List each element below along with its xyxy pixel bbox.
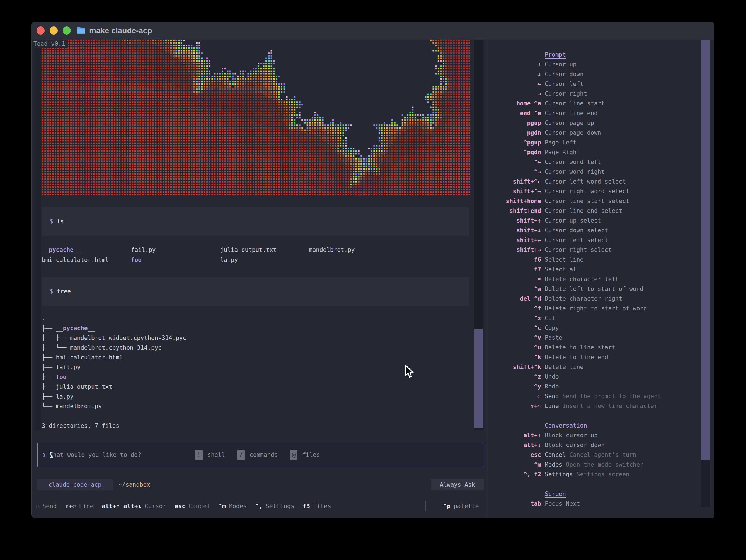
shortcut-description: Undo xyxy=(545,372,559,382)
shortcut-label: Send xyxy=(42,503,57,509)
command-text: ls xyxy=(57,218,64,225)
help-row: f7Select all xyxy=(493,265,700,274)
shortcut-description: Select line xyxy=(545,255,583,265)
app-version-label: Toad v0.1 xyxy=(33,40,68,48)
shell-prompt-symbol: $ xyxy=(50,288,53,295)
help-row: shift+↓Cursor down select xyxy=(493,226,700,235)
hint-key-icon: / xyxy=(237,450,245,460)
shortcut-key: → xyxy=(493,89,541,99)
shortcut-key: ← xyxy=(493,79,541,89)
help-row: ^yRedo xyxy=(493,382,700,392)
shortcut-key: ^c xyxy=(493,323,541,333)
shortcut-description: Cursor left select xyxy=(545,235,608,245)
shell-prompt-symbol: $ xyxy=(50,218,53,225)
prompt-input[interactable]: ❯ W hat would you like to do? !shell/com… xyxy=(37,443,484,467)
shortcut-key: shift+^k xyxy=(493,362,541,372)
hint-key-icon: @ xyxy=(290,450,297,460)
shortcut-description: Copy xyxy=(545,323,559,333)
help-row: tabFocus Next xyxy=(493,499,700,509)
hint-label: shell xyxy=(207,451,225,458)
command-block-ls[interactable]: $ ls xyxy=(42,207,469,236)
app-window: make claude-acp Toad v0.1 $ ls __pycache… xyxy=(31,22,714,518)
help-row: end ^eCursor line end xyxy=(493,109,700,118)
file-name: bmi-calculator.html xyxy=(42,255,109,265)
file-name: la.py xyxy=(220,255,238,265)
tree-line: . xyxy=(42,314,186,324)
shortcut-description: Paste xyxy=(545,333,562,343)
shortcut-key: ^, xyxy=(255,503,263,509)
shortcut-description: Select all xyxy=(545,265,580,274)
shortcut-key: ⏎ xyxy=(493,392,541,401)
shortcut-description: Cursor word left xyxy=(545,157,601,167)
help-scrollbar-thumb[interactable] xyxy=(701,40,710,460)
shortcut-description: Cursor page up xyxy=(545,118,594,128)
help-row: f6Select line xyxy=(493,255,700,265)
hint-label: commands xyxy=(250,451,278,458)
footer-shortcuts: ⏎Send⇧+⏎Linealt+↑ alt+↓CursorescCancel^m… xyxy=(36,500,331,512)
help-row: ^vPaste xyxy=(493,333,700,343)
footer-item-send[interactable]: ⏎Send xyxy=(36,503,57,509)
shortcut-key: del ^d xyxy=(493,294,541,304)
shortcut-label: Line xyxy=(79,503,94,509)
permission-mode-button[interactable]: Always Ask xyxy=(431,479,484,490)
input-caret-icon: ❯ xyxy=(42,451,46,458)
shortcut-label: Cancel xyxy=(189,503,210,509)
help-row: shift+←Cursor left select xyxy=(493,235,700,245)
hint-commands: /commands xyxy=(237,450,278,460)
help-row: shift+→Cursor right select xyxy=(493,245,700,255)
footer-item-palette[interactable]: ^p palette xyxy=(443,500,479,512)
hint-key-icon: ! xyxy=(195,450,203,460)
help-row: ^←Cursor word left xyxy=(493,157,700,167)
footer-item-modes[interactable]: ^mModes xyxy=(219,503,247,509)
shortcut-description: Block cursor up xyxy=(545,430,598,440)
footer-divider xyxy=(425,501,426,511)
shortcut-key: alt+↑ alt+↓ xyxy=(102,503,141,509)
shortcut-key: f7 xyxy=(493,265,541,274)
footer-item-line[interactable]: ⇧+⏎Line xyxy=(65,503,94,509)
help-row: pgupCursor page up xyxy=(493,118,700,128)
shortcut-key: shift+↑ xyxy=(493,216,541,226)
shortcut-description: Delete to line end xyxy=(545,353,608,362)
help-row: alt+↓Block cursor down xyxy=(493,440,700,450)
shortcut-description: Cursor up select xyxy=(545,216,601,226)
cwd-name: sandbox xyxy=(125,481,150,488)
help-row: ←Cursor left xyxy=(493,79,700,89)
agent-badge: claude-code-acp xyxy=(37,479,113,490)
left-scrollbar-gutter[interactable] xyxy=(34,39,41,430)
footer-item-settings[interactable]: ^,Settings xyxy=(255,503,294,509)
help-row: alt+↑Block cursor up xyxy=(493,430,700,440)
help-row: escCancel Cancel agent's turn xyxy=(493,450,700,460)
shortcut-label: Cursor xyxy=(145,503,166,509)
shortcut-description: Cursor right xyxy=(545,89,587,99)
tree-line: ├── la.py xyxy=(42,392,186,401)
shortcut-description: Cursor line start xyxy=(545,99,605,109)
close-window-button[interactable] xyxy=(36,27,45,35)
footer-item-cursor[interactable]: alt+↑ alt+↓Cursor xyxy=(102,503,166,509)
folder-icon xyxy=(76,26,86,36)
maximize-window-button[interactable] xyxy=(63,27,71,35)
command-block-tree[interactable]: $ tree xyxy=(42,277,469,306)
shortcut-description: Cursor line end select xyxy=(545,206,622,216)
tree-line: ├── bmi-calculator.html xyxy=(42,353,186,363)
tree-line: ├── __pycache__ xyxy=(42,324,186,333)
help-row: ^pgupPage Left xyxy=(493,138,700,147)
shortcut-key: ^y xyxy=(493,382,541,392)
footer-item-cancel[interactable]: escCancel xyxy=(174,503,210,509)
pane-divider xyxy=(488,39,488,518)
shortcut-key: ^, f2 xyxy=(493,470,541,479)
shortcut-key: ^f xyxy=(493,304,541,313)
help-row: shift+^→Cursor right word select xyxy=(493,187,700,196)
shortcut-description: Page Left xyxy=(545,138,576,147)
shortcut-description: Cursor right select xyxy=(545,245,612,255)
shortcut-key: alt+↑ xyxy=(493,430,541,440)
shortcut-description: Line Insert a new line character xyxy=(545,401,658,411)
terminal-scrollbar-thumb[interactable] xyxy=(474,329,483,428)
help-section-title: Screen xyxy=(545,489,566,499)
cwd-prefix: ~/ xyxy=(118,481,125,488)
help-row: ^zUndo xyxy=(493,372,700,382)
footer-item-files[interactable]: f3Files xyxy=(303,503,331,509)
shortcut-key: ^pgup xyxy=(493,138,541,147)
shortcut-key: ^← xyxy=(493,157,541,167)
shortcut-key: ^v xyxy=(493,333,541,343)
minimize-window-button[interactable] xyxy=(50,27,58,35)
